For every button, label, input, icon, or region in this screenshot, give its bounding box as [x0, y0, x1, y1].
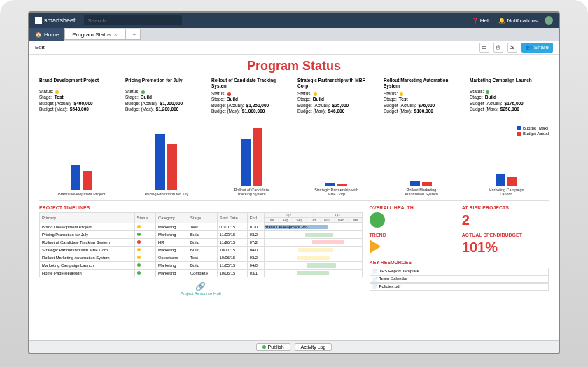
cell-stage: Complete	[188, 269, 217, 277]
table-row[interactable]: Home Page Redesign Marketing Complete 10…	[40, 269, 363, 277]
col-start[interactable]: Start Date	[217, 212, 247, 223]
legend-box-actual	[517, 132, 521, 136]
file-icon: 📄	[372, 284, 377, 289]
card-stage: Stage: Build	[470, 95, 549, 100]
cell-stage: Build	[188, 261, 217, 269]
col-stage[interactable]: Stage	[188, 212, 217, 223]
overall-health: OVERALL HEALTH	[370, 205, 456, 228]
card-title: Brand Development Project	[39, 78, 118, 88]
col-end[interactable]: End	[247, 212, 264, 223]
bar-actual	[422, 182, 432, 186]
resource-item[interactable]: 📄 Team Calendar	[370, 275, 549, 283]
bar-max	[241, 139, 251, 185]
bar-max	[496, 174, 505, 185]
cell-start: 11/26/15	[217, 238, 247, 246]
cell-gantt	[264, 246, 362, 254]
divider	[39, 200, 549, 201]
search-input[interactable]	[84, 15, 182, 25]
timelines-title: PROJECT TIMELINES	[39, 205, 363, 210]
share-button[interactable]: 👥 Share	[522, 43, 553, 53]
actual-spend: ACTUAL SPEND/BUDGET 101%	[462, 233, 549, 256]
table-row[interactable]: Pricing Promotion for July Marketing Bui…	[40, 230, 363, 238]
card-title: Pricing Promotion for July	[125, 78, 204, 88]
trend-arrow-icon	[370, 240, 381, 254]
gantt-bar[interactable]	[297, 256, 330, 260]
cell-end: 03/2	[247, 230, 264, 238]
key-resources: KEY RESOURCES 📄 TPS Report Template📄 Tea…	[370, 260, 549, 296]
legend-label-max: Budget (Max)	[523, 126, 548, 130]
trend: TREND	[370, 233, 456, 256]
cell-status	[134, 238, 156, 246]
app-logo[interactable]: smartsheet	[35, 17, 76, 24]
spend-value: 101%	[462, 240, 549, 256]
card-stage: Stage: Test	[384, 97, 463, 102]
chart-group: Rollout of Candidate Tracking System	[209, 126, 294, 196]
avatar[interactable]	[545, 16, 553, 25]
gantt-bar[interactable]	[312, 240, 344, 244]
cell-name: Rollout of Candidate Tracking System	[40, 238, 135, 246]
tab-program-status[interactable]: Program Status ×	[64, 29, 125, 40]
cell-end: 04/0	[247, 261, 264, 269]
legend-label-actual: Budget Actual	[523, 132, 549, 136]
status-dot-icon	[227, 92, 231, 96]
gantt-bar[interactable]	[305, 233, 333, 237]
home-tab[interactable]: 🏠 Home	[29, 28, 64, 41]
project-cards: Brand Development Project Status: Stage:…	[39, 78, 549, 115]
resource-item[interactable]: 📄 TPS Report Template	[370, 268, 549, 275]
project-card: Brand Development Project Status: Stage:…	[39, 78, 118, 115]
gantt-bar[interactable]	[297, 271, 329, 275]
card-budget-actual: Budget (Actual): $1,250,000	[211, 103, 290, 109]
file-icon: 📄	[372, 269, 377, 274]
col-category[interactable]: Category	[156, 212, 188, 223]
resource-item[interactable]: 📄 Policies.pdf	[370, 283, 549, 291]
activity-log-button[interactable]: Activity Log	[295, 343, 332, 351]
status-dot-icon	[137, 256, 141, 259]
bar-max	[71, 165, 80, 189]
cell-end: 01/0	[247, 223, 264, 230]
card-status: Status:	[125, 89, 204, 95]
card-budget-max: Budget (Max): $250,000	[470, 106, 549, 112]
close-icon[interactable]: ×	[114, 32, 118, 38]
table-row[interactable]: Strategic Partnership with MBF Corp Mark…	[40, 246, 363, 254]
project-card: Rollout of Candidate Tracking System Sta…	[211, 78, 290, 115]
cell-gantt	[264, 269, 362, 277]
status-dot-icon	[486, 90, 489, 94]
add-tab-button[interactable]: +	[125, 29, 141, 40]
print-icon[interactable]: ⎙	[493, 43, 503, 53]
gantt-bar[interactable]: Brand Development Pro	[265, 225, 328, 229]
table-row[interactable]: Marketing Campaign Launch Marketing Buil…	[40, 261, 363, 269]
col-primary[interactable]: Primary	[40, 212, 135, 223]
chart-category-label: Brand Development Project	[58, 192, 105, 196]
export-icon[interactable]: ⇲	[507, 43, 517, 53]
gantt-bar[interactable]	[298, 248, 333, 252]
card-status: Status:	[211, 91, 290, 97]
chart-category-label: Pricing Promotion for July	[145, 192, 189, 196]
gantt-bar[interactable]	[307, 263, 336, 268]
cell-category: Marketing	[156, 246, 188, 254]
cell-status	[134, 254, 156, 261]
dashboard-content: Program Status Brand Development Project…	[29, 55, 559, 340]
cell-gantt	[264, 238, 362, 246]
timelines-section: PROJECT TIMELINES Primary Status Categor…	[39, 205, 363, 296]
card-budget-actual: Budget (Actual): $400,000	[39, 101, 118, 106]
chart-legend: Budget (Max) Budget Actual	[517, 126, 549, 137]
cell-name: Rollout Marketing Automation System	[40, 254, 135, 261]
status-dot-icon	[314, 92, 317, 96]
notifications-link[interactable]: 🔔 Notifications	[498, 18, 538, 24]
toolbar: Edit ▭ ⎙ ⇲ 👥 Share	[29, 41, 559, 55]
chart-category-label: Marketing Campaign Launch	[482, 188, 531, 196]
table-row[interactable]: Rollout Marketing Automation System Oper…	[40, 254, 363, 261]
card-stage: Stage: Test	[39, 95, 118, 100]
table-row[interactable]: Rollout of Candidate Tracking System HR …	[40, 238, 363, 246]
present-icon[interactable]: ▭	[479, 43, 489, 53]
help-link[interactable]: ❓ Help	[472, 18, 492, 24]
project-card: Marketing Campaign Launch Status: Stage:…	[470, 78, 549, 115]
resource-hub[interactable]: 🔗Project Resource Hub	[39, 282, 363, 296]
col-status[interactable]: Status	[134, 212, 156, 223]
publish-button[interactable]: Publish	[256, 343, 290, 351]
card-budget-actual: Budget (Actual): $25,000	[298, 103, 377, 109]
table-row[interactable]: Brand Development Project Marketing Test…	[40, 223, 363, 230]
edit-button[interactable]: Edit	[35, 44, 45, 50]
top-bar: smartsheet ❓ Help 🔔 Notifications	[29, 13, 559, 28]
cell-status	[134, 261, 156, 269]
